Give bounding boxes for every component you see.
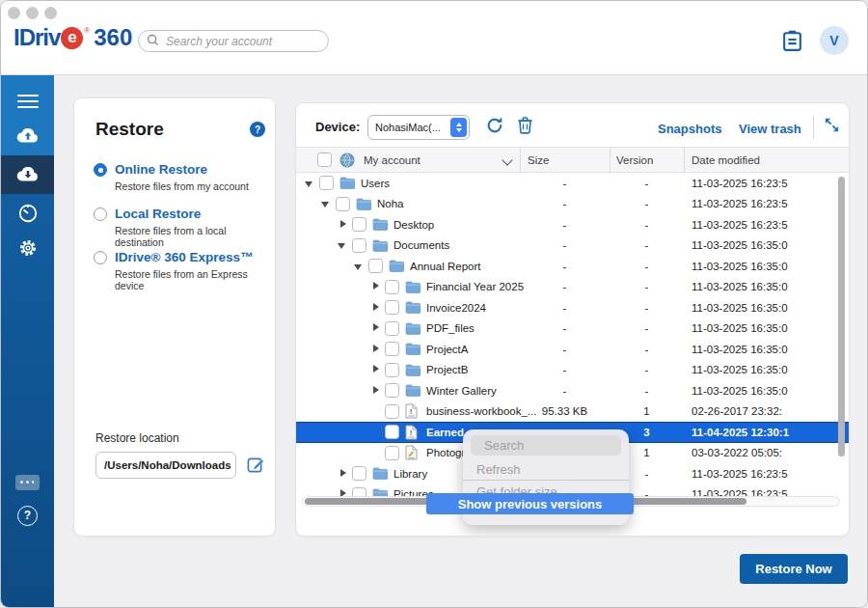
trash-icon[interactable]	[517, 116, 533, 138]
window-minimize-button[interactable]	[26, 7, 39, 19]
sidebar-item-backup[interactable]	[1, 117, 54, 155]
tree-caret-icon[interactable]	[369, 364, 381, 375]
row-name[interactable]: Earned	[426, 427, 464, 438]
radio-online-restore[interactable]	[94, 163, 107, 177]
column-account[interactable]: My account	[364, 154, 420, 166]
row-checkbox[interactable]	[385, 280, 399, 294]
tree-caret-icon[interactable]	[369, 322, 381, 334]
row-name[interactable]: ProjectB	[426, 364, 468, 375]
row-version: -	[610, 322, 684, 334]
context-menu-search[interactable]: Search	[471, 435, 621, 456]
column-version[interactable]: Version	[616, 154, 653, 166]
row-checkbox[interactable]	[385, 321, 399, 336]
notes-icon[interactable]	[780, 29, 804, 53]
search-input[interactable]	[164, 34, 312, 49]
edit-location-icon[interactable]	[247, 456, 265, 478]
chevron-down-icon[interactable]	[502, 154, 512, 165]
table-row[interactable]: PDF_files--11-03-2025 16:35:0	[296, 318, 850, 340]
avatar[interactable]: V	[820, 26, 849, 55]
row-name[interactable]: Invoice2024	[426, 302, 486, 314]
row-checkbox[interactable]	[336, 197, 350, 211]
table-row[interactable]: Winter Gallery--11-03-2025 16:35:0	[296, 380, 850, 401]
view-trash-link[interactable]: View trash	[739, 122, 801, 136]
vertical-scrollbar[interactable]	[838, 177, 845, 456]
table-row[interactable]: Users--11-03-2025 16:23:5	[296, 173, 850, 194]
row-checkbox[interactable]	[385, 404, 399, 419]
tree-caret-icon[interactable]	[369, 281, 381, 292]
row-checkbox[interactable]	[385, 300, 399, 315]
option-local-restore[interactable]: Local Restore Restore files from a local…	[94, 207, 275, 248]
radio-local-restore[interactable]	[94, 207, 107, 221]
row-name[interactable]: Users	[361, 178, 390, 189]
table-row[interactable]: ProjectB--11-03-2025 16:35:0	[296, 360, 850, 381]
window-close-button[interactable]	[8, 7, 20, 19]
snapshots-link[interactable]: Snapshots	[658, 122, 721, 136]
context-menu-item-show-previous-versions[interactable]: Show previous versions	[426, 493, 634, 514]
table-row[interactable]: Financial Year 2025--11-03-2025 16:35:0	[296, 277, 850, 298]
row-name[interactable]: Financial Year 2025	[426, 281, 524, 292]
row-size: -	[520, 198, 610, 209]
row-checkbox[interactable]	[319, 176, 334, 190]
sidebar-item-menu[interactable]	[1, 82, 54, 121]
tree-caret-icon[interactable]	[320, 198, 332, 209]
row-size: -	[520, 239, 610, 251]
row-checkbox[interactable]	[368, 259, 383, 273]
row-name[interactable]: Library	[393, 468, 427, 480]
table-row[interactable]: Desktop--11-03-2025 16:23:5	[296, 214, 850, 235]
restore-now-button[interactable]: Restore Now	[740, 554, 848, 584]
option-express[interactable]: IDrive® 360 Express™ Restore files from …	[94, 250, 275, 291]
row-name[interactable]: Winter Gallery	[426, 385, 497, 397]
table-row[interactable]: Invoice2024--11-03-2025 16:35:0	[296, 297, 850, 318]
row-checkbox[interactable]	[385, 342, 399, 356]
tree-caret-icon[interactable]	[337, 219, 348, 231]
column-date[interactable]: Date modified	[692, 154, 760, 166]
window-zoom-button[interactable]	[44, 7, 57, 19]
sidebar-item-settings[interactable]	[1, 231, 54, 269]
option-label[interactable]: IDrive® 360 Express™	[115, 250, 275, 264]
row-checkbox[interactable]	[352, 217, 366, 232]
table-row[interactable]: ProjectA--11-03-2025 16:35:0	[296, 339, 850, 360]
sidebar-item-restore[interactable]	[1, 155, 54, 194]
refresh-icon[interactable]	[485, 116, 504, 139]
tree-caret-icon[interactable]	[353, 261, 365, 272]
row-name[interactable]: Noha	[377, 198, 404, 209]
table-row[interactable]: Documents--11-03-2025 16:35:0	[296, 235, 850, 257]
sidebar-item-activity[interactable]	[1, 196, 54, 235]
restore-help-icon[interactable]: ?	[250, 122, 265, 137]
row-checkbox[interactable]	[352, 466, 366, 481]
option-online-restore[interactable]: Online Restore Restore files from my acc…	[94, 162, 249, 192]
tree-caret-icon[interactable]	[369, 344, 381, 355]
table-row[interactable]: Noha--11-03-2025 16:23:5	[296, 194, 850, 215]
row-name[interactable]: ProjectA	[426, 344, 468, 355]
row-checkbox[interactable]	[385, 425, 399, 439]
idrive-360-logo: IDriv e ® 360	[14, 24, 132, 51]
row-name[interactable]: Desktop	[393, 219, 434, 231]
row-name[interactable]: Annual Report	[410, 261, 481, 272]
tree-caret-icon[interactable]	[337, 468, 348, 480]
row-checkbox[interactable]	[385, 383, 399, 398]
row-name[interactable]: Photogr	[426, 447, 465, 458]
row-name[interactable]: Documents	[393, 239, 449, 251]
tree-caret-icon[interactable]	[337, 239, 348, 251]
option-label[interactable]: Local Restore	[115, 207, 275, 221]
file-icon: !	[405, 403, 420, 419]
row-checkbox[interactable]	[385, 363, 399, 377]
tree-caret-icon[interactable]	[369, 302, 381, 314]
row-name[interactable]: PDF_files	[426, 322, 475, 334]
expand-panel-icon[interactable]	[823, 116, 841, 138]
restore-location-field[interactable]: /Users/Noha/Downloads	[95, 452, 236, 479]
tree-caret-icon[interactable]	[369, 385, 381, 397]
tree-caret-icon[interactable]	[304, 178, 315, 189]
row-checkbox[interactable]	[385, 446, 399, 460]
radio-express[interactable]	[94, 251, 107, 264]
table-row[interactable]: !business-workbook_...95.33 KB102-26-201…	[296, 401, 850, 423]
row-checkbox[interactable]	[352, 238, 366, 253]
account-search[interactable]	[138, 30, 329, 52]
sidebar-item-help[interactable]: ?	[1, 496, 54, 535]
device-select[interactable]: NohasiMac(...	[367, 115, 470, 140]
context-menu-item-refresh[interactable]: Refresh	[476, 462, 521, 477]
select-all-checkbox[interactable]	[317, 152, 332, 167]
option-label[interactable]: Online Restore	[115, 162, 249, 177]
table-row[interactable]: Annual Report--11-03-2025 16:35:0	[296, 256, 850, 277]
column-size[interactable]: Size	[528, 154, 549, 166]
